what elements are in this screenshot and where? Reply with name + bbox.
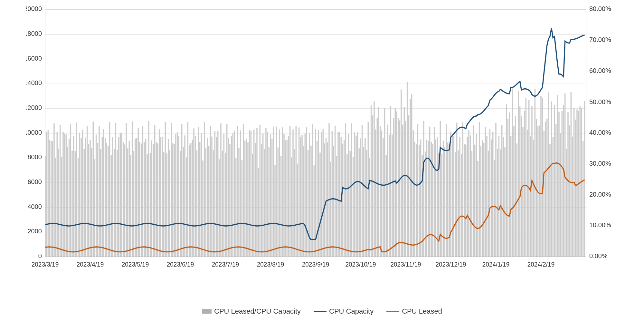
- svg-rect-118: [222, 151, 223, 257]
- svg-rect-158: [282, 127, 283, 257]
- svg-rect-9: [58, 149, 59, 257]
- svg-rect-300: [495, 123, 497, 257]
- svg-rect-119: [223, 134, 225, 257]
- svg-rect-318: [522, 127, 524, 257]
- svg-rect-213: [365, 138, 366, 257]
- svg-rect-351: [572, 137, 573, 257]
- svg-rect-51: [121, 132, 122, 257]
- svg-rect-276: [459, 137, 460, 257]
- svg-rect-104: [201, 133, 202, 257]
- svg-rect-310: [510, 136, 512, 257]
- svg-rect-192: [333, 146, 334, 257]
- svg-rect-139: [253, 130, 255, 257]
- svg-rect-237: [401, 90, 402, 257]
- svg-rect-45: [112, 137, 113, 257]
- svg-rect-337: [551, 102, 552, 257]
- svg-rect-146: [264, 149, 265, 257]
- svg-rect-172: [303, 146, 304, 257]
- svg-rect-220: [375, 130, 376, 257]
- svg-rect-340: [555, 124, 557, 257]
- svg-rect-47: [115, 123, 117, 257]
- svg-rect-23: [79, 133, 80, 257]
- svg-rect-63: [139, 142, 140, 257]
- svg-rect-127: [235, 158, 237, 257]
- svg-rect-141: [256, 128, 258, 257]
- svg-rect-112: [213, 150, 214, 257]
- svg-rect-55: [127, 148, 128, 257]
- svg-rect-309: [509, 112, 510, 257]
- svg-rect-130: [240, 131, 241, 257]
- svg-rect-132: [243, 124, 244, 257]
- svg-rect-156: [279, 130, 280, 257]
- svg-rect-271: [452, 134, 453, 257]
- svg-rect-2: [48, 130, 49, 257]
- svg-rect-336: [549, 144, 551, 257]
- svg-rect-319: [524, 111, 525, 257]
- svg-rect-78: [162, 137, 163, 257]
- svg-rect-169: [298, 128, 300, 257]
- svg-rect-131: [242, 160, 243, 257]
- svg-rect-4: [51, 141, 52, 257]
- svg-rect-106: [204, 122, 205, 257]
- svg-rect-287: [476, 134, 477, 257]
- svg-rect-343: [560, 133, 561, 257]
- svg-rect-301: [497, 149, 498, 257]
- svg-rect-285: [473, 125, 474, 257]
- svg-rect-206: [354, 132, 355, 257]
- svg-rect-306: [504, 147, 506, 257]
- svg-rect-267: [446, 124, 447, 257]
- svg-rect-150: [270, 134, 271, 257]
- svg-rect-326: [535, 89, 536, 257]
- svg-rect-34: [96, 135, 97, 257]
- svg-rect-189: [328, 123, 330, 257]
- svg-rect-288: [477, 161, 478, 257]
- svg-rect-160: [285, 141, 286, 257]
- legend-item-leased: CPU Leased: [386, 307, 442, 316]
- svg-text:30.00%: 30.00%: [589, 160, 611, 167]
- svg-rect-70: [150, 153, 151, 257]
- svg-rect-272: [453, 136, 455, 257]
- svg-rect-184: [321, 132, 322, 257]
- svg-rect-246: [414, 141, 415, 257]
- svg-rect-342: [558, 112, 560, 257]
- svg-rect-123: [229, 144, 231, 257]
- svg-rect-238: [402, 125, 403, 257]
- svg-rect-159: [283, 134, 285, 257]
- svg-rect-50: [120, 133, 121, 257]
- svg-rect-42: [108, 146, 109, 257]
- svg-rect-102: [198, 127, 199, 257]
- svg-text:18000: 18000: [26, 30, 42, 37]
- svg-rect-292: [483, 143, 485, 257]
- svg-rect-178: [312, 124, 313, 257]
- svg-rect-320: [526, 98, 527, 257]
- svg-rect-148: [267, 132, 268, 257]
- svg-rect-207: [355, 135, 357, 257]
- legend-item-bars: CPU Leased/CPU Capacity: [202, 307, 301, 316]
- svg-rect-242: [408, 115, 410, 257]
- svg-rect-359: [584, 101, 585, 257]
- svg-rect-147: [265, 128, 267, 257]
- svg-rect-44: [111, 155, 112, 257]
- svg-text:70.00%: 70.00%: [589, 36, 611, 43]
- svg-rect-24: [80, 138, 82, 257]
- svg-rect-198: [342, 144, 343, 257]
- svg-text:2023/11/19: 2023/11/19: [390, 261, 421, 268]
- svg-rect-32: [93, 122, 94, 257]
- svg-rect-229: [389, 135, 390, 257]
- svg-rect-304: [501, 125, 503, 257]
- svg-rect-208: [357, 132, 358, 257]
- svg-rect-302: [498, 136, 500, 257]
- svg-rect-58: [132, 121, 133, 257]
- svg-rect-275: [458, 151, 459, 257]
- svg-rect-322: [528, 100, 530, 257]
- svg-rect-329: [539, 125, 540, 257]
- svg-rect-218: [372, 115, 374, 257]
- svg-rect-14: [66, 134, 67, 257]
- svg-rect-179: [314, 165, 315, 257]
- svg-rect-87: [175, 134, 176, 257]
- svg-rect-110: [210, 126, 211, 257]
- svg-rect-193: [335, 126, 336, 257]
- svg-rect-241: [407, 82, 408, 257]
- svg-rect-83: [169, 150, 171, 257]
- svg-rect-286: [474, 145, 476, 257]
